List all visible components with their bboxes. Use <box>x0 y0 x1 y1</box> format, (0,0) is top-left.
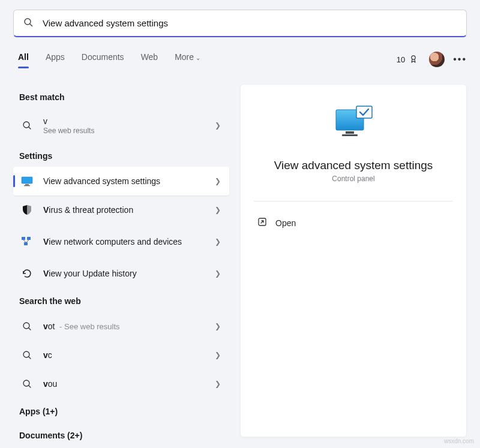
svg-rect-9 <box>22 237 25 240</box>
svg-rect-10 <box>27 237 31 240</box>
chevron-right-icon: ❯ <box>215 351 221 359</box>
monitor-icon <box>19 173 35 189</box>
svg-line-13 <box>26 240 29 242</box>
detail-subtitle: Control panel <box>256 175 451 183</box>
result-title: v <box>43 116 210 126</box>
tab-all[interactable]: All <box>18 52 29 67</box>
section-apps-more[interactable]: Apps (1+) <box>13 398 229 422</box>
svg-point-2 <box>412 55 415 59</box>
watermark: wsxdn.com <box>444 438 474 444</box>
svg-line-4 <box>29 127 31 129</box>
chevron-right-icon: ❯ <box>215 380 221 388</box>
result-view-advanced-system-settings[interactable]: View advanced system settings ❯ <box>13 167 229 196</box>
search-input[interactable] <box>41 17 457 29</box>
result-web-vmou[interactable]: vou ❯ <box>13 369 229 398</box>
rewards-counter[interactable]: 10 <box>397 54 418 65</box>
refresh-icon <box>19 266 35 281</box>
section-settings: Settings <box>13 143 229 167</box>
result-best-match[interactable]: v See web results ❯ <box>13 108 229 143</box>
chevron-right-icon: ❯ <box>215 322 221 330</box>
search-icon <box>19 118 35 133</box>
tab-apps[interactable]: Apps <box>46 52 65 67</box>
tab-documents[interactable]: Documents <box>82 52 124 67</box>
svg-point-18 <box>23 380 29 386</box>
result-title: vc <box>43 350 210 360</box>
open-icon <box>257 217 267 229</box>
divider <box>254 201 453 202</box>
search-bar[interactable] <box>13 10 467 37</box>
svg-line-12 <box>23 240 26 242</box>
network-icon <box>19 234 35 249</box>
svg-rect-8 <box>24 185 30 186</box>
tab-more[interactable]: More⌄ <box>175 52 200 67</box>
shield-icon <box>19 202 35 218</box>
svg-point-3 <box>23 122 29 128</box>
result-title: Virus & threat protection <box>43 205 210 215</box>
tab-web[interactable]: Web <box>141 52 158 67</box>
result-title: vou <box>43 379 210 389</box>
section-best-match: Best match <box>13 84 229 108</box>
detail-panel: View advanced system settings Control pa… <box>240 84 467 437</box>
result-title: View your Update history <box>43 269 210 278</box>
svg-rect-5 <box>22 177 32 184</box>
svg-point-14 <box>23 323 29 329</box>
filter-tabs: All Apps Documents Web More⌄ <box>18 52 200 67</box>
result-title: View advanced system settings <box>43 176 210 186</box>
section-documents-more[interactable]: Documents (2+) <box>13 422 229 446</box>
result-view-network-computers[interactable]: View network computers and devices ❯ <box>13 224 229 259</box>
svg-rect-24 <box>342 134 358 136</box>
open-label: Open <box>275 218 296 228</box>
svg-rect-7 <box>25 184 29 185</box>
svg-point-16 <box>23 351 29 357</box>
svg-line-15 <box>29 328 31 330</box>
detail-title: View advanced system settings <box>256 159 451 172</box>
search-icon <box>23 17 33 29</box>
search-icon <box>19 318 35 334</box>
result-title: vot - See web results <box>43 321 210 331</box>
chevron-right-icon: ❯ <box>215 237 221 246</box>
svg-rect-11 <box>24 242 28 245</box>
detail-icon <box>256 105 451 145</box>
chevron-right-icon: ❯ <box>215 121 221 130</box>
section-search-web: Search the web <box>13 288 229 312</box>
result-web-vlc[interactable]: vc ❯ <box>13 341 229 369</box>
open-action[interactable]: Open <box>256 210 451 236</box>
chevron-right-icon: ❯ <box>215 269 221 278</box>
tab-more-label: More <box>175 52 194 62</box>
result-virus-threat-protection[interactable]: Virus & threat protection ❯ <box>13 196 229 224</box>
filter-row: All Apps Documents Web More⌄ 10 ••• <box>18 49 467 70</box>
result-view-update-history[interactable]: View your Update history ❯ <box>13 259 229 288</box>
svg-rect-23 <box>346 131 354 134</box>
chevron-down-icon: ⌄ <box>196 55 200 61</box>
rewards-count: 10 <box>397 55 405 64</box>
search-icon <box>19 347 35 363</box>
avatar[interactable] <box>429 52 445 67</box>
svg-rect-25 <box>356 106 372 118</box>
svg-line-17 <box>29 357 31 359</box>
svg-line-1 <box>30 24 32 26</box>
result-subtitle: See web results <box>43 127 210 135</box>
more-options-button[interactable]: ••• <box>453 54 467 65</box>
result-web-voot[interactable]: vot - See web results ❯ <box>13 312 229 341</box>
chevron-right-icon: ❯ <box>215 206 221 214</box>
medal-icon <box>409 54 418 65</box>
result-title: View network computers and devices <box>43 237 210 246</box>
svg-line-19 <box>29 386 31 387</box>
results-column: Best match v See web results ❯ Settings … <box>13 84 229 446</box>
svg-point-0 <box>25 19 31 25</box>
chevron-right-icon: ❯ <box>215 177 221 185</box>
search-icon <box>19 376 35 392</box>
